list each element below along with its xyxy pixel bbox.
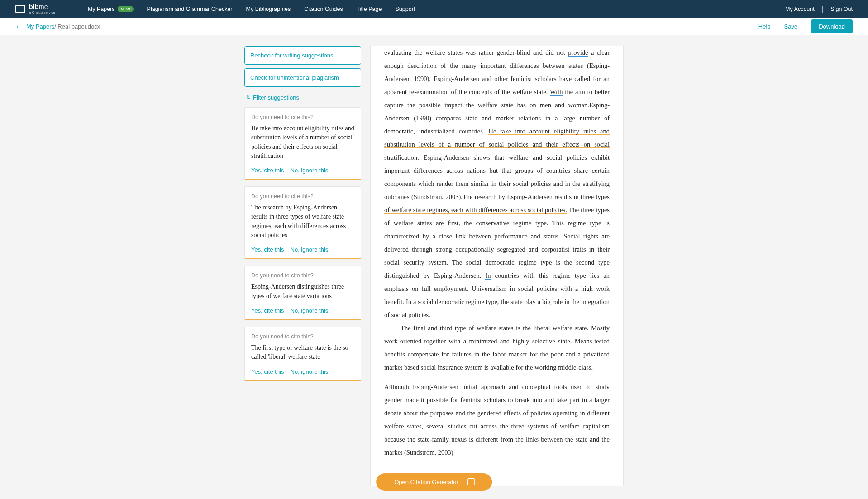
suggestion-question: Do you need to cite this? — [251, 272, 354, 279]
no-ignore-link[interactable]: No, ignore this — [291, 307, 329, 314]
grammar-highlight[interactable]: Mostly — [591, 324, 610, 332]
suggestion-actions: Yes, cite thisNo, ignore this — [251, 167, 354, 174]
cite-button-label: Open Citation Generator — [394, 479, 458, 485]
grammar-highlight[interactable]: With — [550, 88, 563, 96]
paragraph: The final and third type of welfare stat… — [384, 322, 610, 374]
no-ignore-link[interactable]: No, ignore this — [291, 167, 329, 174]
grammar-highlight[interactable]: purposes and — [430, 409, 465, 417]
recheck-button[interactable]: Recheck for writing suggestions — [244, 46, 361, 65]
book-icon — [15, 5, 25, 13]
nav-label: My Papers — [88, 6, 115, 12]
no-ignore-link[interactable]: No, ignore this — [291, 246, 329, 253]
paragraph: Although Esping-Andersen initial approac… — [384, 380, 610, 459]
nav-my-papers[interactable]: My Papers NEW — [88, 6, 134, 12]
suggestion-actions: Yes, cite thisNo, ignore this — [251, 246, 354, 253]
suggestion-question: Do you need to cite this? — [251, 193, 354, 200]
grammar-highlight[interactable]: woman — [568, 101, 588, 109]
document-view: evaluating the welfare states was rather… — [370, 46, 624, 486]
suggestion-text: He take into account eligibility rules a… — [251, 124, 354, 161]
breadcrumb-current: / Real paper.docx — [54, 23, 100, 30]
filter-suggestions[interactable]: ⇅ Filter suggestions — [244, 90, 361, 104]
yes-cite-link[interactable]: Yes, cite this — [251, 368, 284, 375]
grammar-highlight[interactable]: In — [485, 272, 491, 280]
filter-label: Filter suggestions — [253, 94, 299, 101]
top-nav: bibme a Chegg service My Papers NEW Plag… — [0, 0, 868, 18]
suggestion-actions: Yes, cite thisNo, ignore this — [251, 307, 354, 314]
suggestion-card[interactable]: Do you need to cite this?The research by… — [244, 186, 361, 259]
grammar-highlight[interactable]: a large number of — [555, 114, 610, 122]
logo-text: bibme — [29, 4, 55, 10]
nav-items: My Papers NEW Plagiarism and Grammar Che… — [88, 6, 415, 12]
copy-icon — [467, 479, 474, 485]
breadcrumb-parent[interactable]: My Papers — [26, 23, 54, 30]
filter-icon: ⇅ — [246, 95, 250, 100]
nav-support[interactable]: Support — [395, 6, 415, 12]
suggestion-card[interactable]: Do you need to cite this?The first type … — [244, 327, 361, 381]
nav-sign-out[interactable]: Sign Out — [830, 6, 853, 12]
paragraph: evaluating the welfare states was rather… — [384, 46, 610, 322]
document-body[interactable]: evaluating the welfare states was rather… — [384, 46, 610, 459]
suggestion-question: Do you need to cite this? — [251, 333, 354, 340]
yes-cite-link[interactable]: Yes, cite this — [251, 307, 284, 314]
open-citation-generator-button[interactable]: Open Citation Generator — [376, 473, 492, 491]
check-plagiarism-button[interactable]: Check for unintentional plagiarism — [244, 68, 361, 87]
save-link[interactable]: Save — [784, 23, 798, 30]
logo[interactable]: bibme a Chegg service — [15, 4, 55, 14]
nav-title-page[interactable]: Title Page — [357, 6, 382, 12]
yes-cite-link[interactable]: Yes, cite this — [251, 167, 284, 174]
yes-cite-link[interactable]: Yes, cite this — [251, 246, 284, 253]
no-ignore-link[interactable]: No, ignore this — [291, 368, 329, 375]
suggestion-question: Do you need to cite this? — [251, 114, 354, 120]
sub-nav-right: Help Save Download — [758, 19, 853, 33]
nav-right: My Account | Sign Out — [785, 5, 853, 13]
grammar-highlight[interactable]: type of — [455, 324, 474, 332]
sub-nav: ← My Papers/ Real paper.docx Help Save D… — [0, 18, 868, 35]
separator: | — [822, 5, 824, 13]
grammar-highlight[interactable]: provide — [568, 49, 588, 57]
download-button[interactable]: Download — [811, 19, 853, 33]
main-content: Recheck for writing suggestions Check fo… — [0, 35, 868, 499]
suggestion-text: The first type of welfare state is the s… — [251, 343, 354, 362]
help-link[interactable]: Help — [758, 23, 771, 30]
suggestion-actions: Yes, cite thisNo, ignore this — [251, 368, 354, 375]
nav-bibliographies[interactable]: My Bibliographies — [246, 6, 291, 12]
breadcrumb: My Papers/ Real paper.docx — [26, 23, 100, 30]
suggestions-sidebar: Recheck for writing suggestions Check fo… — [244, 46, 361, 486]
new-badge: NEW — [118, 6, 134, 12]
back-arrow-icon[interactable]: ← — [15, 23, 22, 30]
suggestion-card[interactable]: Do you need to cite this?He take into ac… — [244, 107, 361, 180]
suggestion-text: Esping-Andersen distinguishes three type… — [251, 282, 354, 301]
suggestion-text: The research by Esping-Andersen results … — [251, 203, 354, 240]
logo-tagline: a Chegg service — [29, 11, 55, 14]
nav-citation-guides[interactable]: Citation Guides — [304, 6, 343, 12]
suggestion-card[interactable]: Do you need to cite this?Esping-Andersen… — [244, 266, 361, 320]
nav-plagiarism[interactable]: Plagiarism and Grammar Checker — [147, 6, 233, 12]
nav-my-account[interactable]: My Account — [785, 6, 815, 12]
